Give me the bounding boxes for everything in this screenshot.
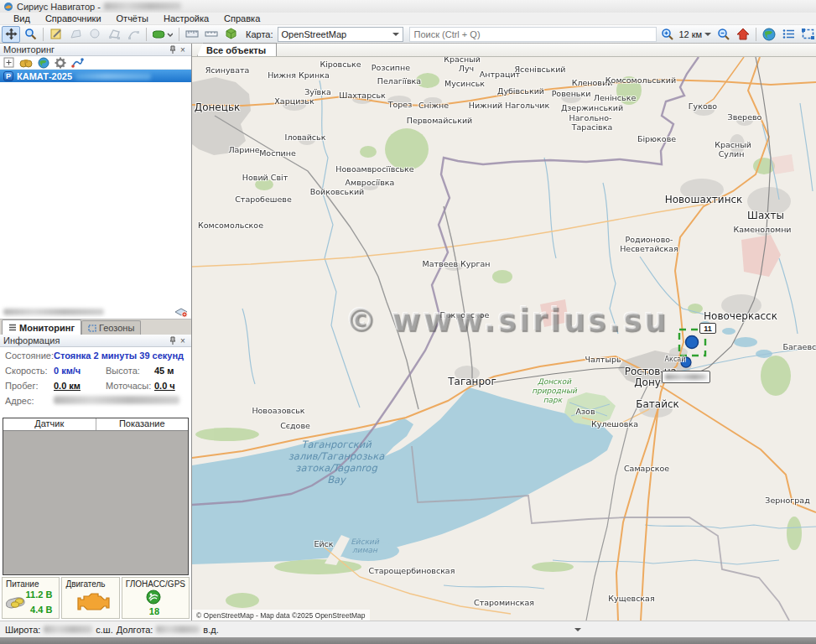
footer-text-redacted xyxy=(3,309,104,315)
satellite-icon xyxy=(146,589,161,605)
latitude-value-redacted xyxy=(44,626,92,633)
map-tab-all-objects[interactable]: Все объекты xyxy=(197,43,277,56)
main-toolbar: Карта: OpenStreetMap 12 км xyxy=(0,25,816,44)
voltage-backup: 4.4 В xyxy=(30,605,52,615)
gear-icon[interactable] xyxy=(55,57,66,69)
zoom-level-dropdown[interactable] xyxy=(704,33,711,36)
window-bottom-edge xyxy=(0,637,816,644)
longitude-label: Долгота: xyxy=(117,625,153,635)
toolbar-separator xyxy=(146,28,147,41)
altitude-label: Высота: xyxy=(106,366,154,376)
map-viewport[interactable]: ЯсинуватаКіровськеРозсипнеПелагіївкаКрас… xyxy=(192,57,816,621)
menu-bar: Вид Справочники Отчёты Настройка Справка xyxy=(0,13,816,25)
menu-spravka[interactable]: Справка xyxy=(217,13,267,24)
pin-icon[interactable] xyxy=(168,45,178,54)
satellite-count: 18 xyxy=(149,606,159,616)
engine-gauge: Двигатель xyxy=(61,577,119,619)
statusbar-dropdown[interactable] xyxy=(574,628,581,631)
tab-geozones[interactable]: Геозоны xyxy=(81,320,141,335)
toolbar-separator xyxy=(179,28,179,41)
binoculars-icon[interactable] xyxy=(19,58,33,68)
tab-monitoring[interactable]: Мониторинг xyxy=(2,319,81,335)
search-input[interactable] xyxy=(409,27,657,42)
longitude-value-redacted xyxy=(156,626,200,633)
zoom-tool-button[interactable] xyxy=(21,26,39,43)
menu-spravochniki[interactable]: Справочники xyxy=(39,13,108,24)
layers-icon[interactable] xyxy=(174,306,188,318)
edit-polygon-button[interactable] xyxy=(105,26,123,43)
home-view-button[interactable] xyxy=(734,26,752,43)
map-tab-bar: Все объекты xyxy=(192,44,816,57)
edit-line-button[interactable] xyxy=(124,26,143,43)
marker-count-badge[interactable]: 11 xyxy=(699,323,716,334)
state-value: Стоянка 2 минуты 39 секунд xyxy=(54,351,184,361)
show-all-objects-button[interactable] xyxy=(760,26,778,43)
menu-vid[interactable]: Вид xyxy=(7,13,37,24)
status-bar: Широта: с.ш. Долгота: в.д. xyxy=(0,621,816,637)
power-gauge-title: Питание xyxy=(6,579,55,589)
gps-gauge: ГЛОНАСС/GPS 18 xyxy=(122,577,190,619)
pan-tool-button[interactable] xyxy=(2,26,20,43)
chevron-down-icon xyxy=(392,33,399,36)
vehicle-marker-2-icon[interactable] xyxy=(681,357,691,367)
address-value-redacted xyxy=(54,396,179,404)
map-provider-select[interactable]: OpenStreetMap xyxy=(278,27,403,42)
toolbar-separator xyxy=(756,28,756,41)
menu-nastroika[interactable]: Настройка xyxy=(157,13,216,24)
vehicle-name: КАМАТ-2025 xyxy=(17,71,72,81)
measure-icon xyxy=(185,29,199,39)
measure-distance-button[interactable] xyxy=(183,26,201,43)
map-watermark: © www.sirius.su xyxy=(234,302,779,338)
vehicle-name-redacted xyxy=(75,73,151,80)
object-list-button[interactable] xyxy=(779,26,798,43)
column-sensor[interactable]: Датчик xyxy=(3,418,96,430)
copy-object-button[interactable] xyxy=(86,26,104,43)
vehicle-map-label-redacted[interactable] xyxy=(662,371,710,383)
vehicle-tree-area[interactable] xyxy=(0,82,191,304)
globe-icon xyxy=(762,28,776,41)
plug-icon xyxy=(5,593,27,611)
gauges-row: Питание 11.2 В 4.4 В Двигатель ГЛОНАСС/G… xyxy=(0,575,191,619)
area-icon xyxy=(70,28,82,40)
menu-otchety[interactable]: Отчёты xyxy=(110,13,155,24)
monitoring-panel-header: Мониторинг × xyxy=(0,44,191,56)
parking-status-icon: P xyxy=(3,71,13,81)
globe-icon[interactable] xyxy=(38,57,49,69)
close-icon[interactable]: × xyxy=(178,45,188,55)
measure-area-button[interactable] xyxy=(202,26,221,43)
longitude-suffix: в.д. xyxy=(203,625,218,635)
pin-icon[interactable] xyxy=(168,336,178,345)
zoom-level-value: 12 км xyxy=(679,29,703,39)
expand-all-icon[interactable] xyxy=(3,57,14,68)
create-area-button[interactable] xyxy=(66,26,85,43)
pan-icon xyxy=(5,28,18,40)
edit-geozone-button[interactable] xyxy=(47,26,65,43)
geozone-icon xyxy=(88,325,96,332)
list-icon xyxy=(782,29,795,39)
engine-hours-value[interactable]: 0.0 ч xyxy=(154,381,175,391)
voltage-main: 11.2 В xyxy=(26,589,53,600)
app-icon xyxy=(3,2,13,12)
track-color-button[interactable] xyxy=(150,26,175,43)
line-edit-icon xyxy=(127,28,140,40)
objects-3d-button[interactable] xyxy=(221,26,240,43)
mileage-value[interactable]: 0.0 км xyxy=(54,381,94,391)
polygon-edit-icon xyxy=(108,28,121,40)
altitude-value: 45 м xyxy=(154,366,174,376)
zoom-in-icon xyxy=(661,28,674,41)
magnifier-icon xyxy=(24,28,37,40)
close-icon[interactable]: × xyxy=(178,336,188,345)
monitoring-panel-title: Мониторинг xyxy=(3,44,55,55)
copy-icon xyxy=(89,28,101,40)
tree-footer-row xyxy=(0,304,191,319)
track-icon[interactable] xyxy=(71,57,84,68)
zoom-out-button[interactable] xyxy=(715,26,733,43)
left-panel: Мониторинг × P КАМАТ-2025 Мониторинг Гео… xyxy=(0,44,192,621)
zoom-in-button[interactable] xyxy=(658,26,677,43)
column-reading[interactable]: Показание xyxy=(96,418,189,430)
select-region-button[interactable] xyxy=(798,26,816,43)
vehicle-tree-item[interactable]: P КАМАТ-2025 xyxy=(0,70,191,82)
map-canvas xyxy=(192,57,816,621)
engine-icon xyxy=(77,591,111,615)
tab-monitoring-label: Мониторинг xyxy=(19,323,75,333)
